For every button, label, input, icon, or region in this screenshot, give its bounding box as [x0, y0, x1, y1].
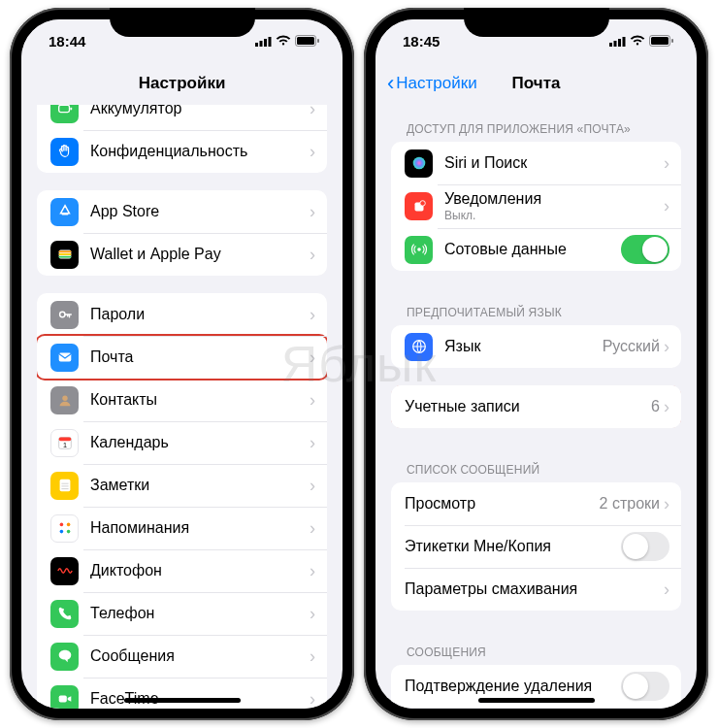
- signal-icon: [255, 33, 272, 50]
- svg-rect-11: [58, 253, 71, 255]
- row-privacy[interactable]: Конфиденциальность›: [37, 130, 327, 173]
- row-language[interactable]: ЯзыкРусский›: [391, 325, 681, 368]
- signal-icon: [609, 33, 626, 50]
- row-privacy-protection[interactable]: Защита конфиденциальности›: [391, 708, 681, 709]
- chevron-right-icon: ›: [664, 494, 669, 514]
- row-label: Параметры смахивания: [405, 580, 664, 598]
- row-tome-cc[interactable]: Этикетки Мне/Копия: [391, 525, 681, 568]
- mail-settings-content[interactable]: ДОСТУП ДЛЯ ПРИЛОЖЕНИЯ «ПОЧТА»Siri и Поис…: [375, 105, 697, 709]
- chevron-right-icon: ›: [310, 305, 315, 325]
- home-indicator[interactable]: [478, 698, 595, 703]
- svg-rect-27: [58, 695, 66, 702]
- row-messages[interactable]: Сообщения›: [37, 635, 327, 678]
- battery-icon: [50, 105, 79, 123]
- row-wallet[interactable]: Wallet и Apple Pay›: [37, 233, 327, 276]
- row-label: Почта: [90, 348, 310, 366]
- siri-icon: [405, 149, 433, 178]
- row-phone[interactable]: Телефон›: [37, 592, 327, 635]
- settings-group: ЯзыкРусский›: [391, 325, 681, 368]
- svg-rect-36: [671, 39, 673, 43]
- hand-icon: [50, 138, 79, 166]
- globe-icon: [405, 333, 433, 361]
- toggle-ask-delete[interactable]: [621, 672, 669, 701]
- messages-icon: [50, 643, 79, 671]
- row-notes[interactable]: Заметки›: [37, 464, 327, 507]
- section-header: ПРЕДПОЧИТАЕМЫЙ ЯЗЫК: [375, 288, 697, 325]
- nav-bar: ‹ Настройки Почта: [375, 62, 697, 105]
- row-swipe[interactable]: Параметры смахивания›: [391, 568, 681, 611]
- battery-icon: [295, 33, 319, 50]
- chevron-right-icon: ›: [664, 337, 669, 357]
- row-calendar[interactable]: 1Календарь›: [37, 421, 327, 464]
- appstore-icon: [50, 198, 79, 226]
- row-label: Сообщения: [90, 647, 310, 665]
- wallet-icon: [50, 241, 79, 269]
- settings-group: App Store›Wallet и Apple Pay›: [37, 190, 327, 276]
- status-right: [609, 33, 673, 50]
- svg-rect-33: [623, 37, 626, 47]
- chevron-right-icon: ›: [310, 433, 315, 453]
- home-indicator[interactable]: [124, 698, 241, 703]
- row-accounts[interactable]: Учетные записи6›: [391, 385, 681, 428]
- row-label: Учетные записи: [405, 398, 651, 415]
- row-siri-search[interactable]: Siri и Поиск›: [391, 142, 681, 184]
- reminders-icon: [50, 514, 79, 543]
- battery-icon: [649, 33, 673, 50]
- chevron-right-icon: ›: [310, 347, 315, 368]
- svg-rect-31: [614, 41, 617, 47]
- svg-rect-12: [58, 256, 71, 258]
- voicememos-icon: [50, 557, 79, 585]
- row-value: 6: [651, 398, 660, 415]
- row-label: Конфиденциальность: [90, 143, 310, 160]
- svg-point-25: [66, 523, 70, 527]
- row-appstore[interactable]: App Store›: [37, 190, 327, 233]
- wifi-icon: [276, 33, 291, 50]
- notch: [110, 8, 255, 37]
- toggle-tome-cc[interactable]: [621, 532, 669, 561]
- svg-rect-6: [317, 39, 319, 43]
- back-button[interactable]: ‹ Настройки: [387, 73, 477, 94]
- row-label: Календарь: [90, 434, 310, 451]
- svg-point-39: [419, 200, 424, 205]
- chevron-right-icon: ›: [310, 142, 315, 162]
- settings-group: Аккумулятор›Конфиденциальность›: [37, 105, 327, 173]
- row-reminders[interactable]: Напоминания›: [37, 507, 327, 549]
- settings-group: Учетные записи6›: [391, 385, 681, 428]
- chevron-right-icon: ›: [310, 604, 315, 624]
- svg-point-37: [412, 157, 425, 170]
- screen-left: 18:44 Настройки Аккумулятор›Конфиденциал…: [21, 19, 343, 709]
- svg-rect-1: [260, 41, 263, 47]
- wifi-icon: [630, 33, 645, 50]
- row-contacts[interactable]: Контакты›: [37, 379, 327, 421]
- phone-left: 18:44 Настройки Аккумулятор›Конфиденциал…: [10, 8, 354, 720]
- key-icon: [50, 301, 79, 329]
- chevron-right-icon: ›: [664, 196, 669, 216]
- chevron-right-icon: ›: [664, 579, 669, 600]
- svg-rect-35: [651, 37, 669, 45]
- svg-rect-10: [58, 250, 71, 252]
- row-facetime[interactable]: FaceTime›: [37, 678, 327, 709]
- row-label: Телефон: [90, 605, 310, 622]
- settings-content[interactable]: Аккумулятор›Конфиденциальность›App Store…: [21, 105, 343, 709]
- phone-icon: [50, 600, 79, 628]
- row-notifications[interactable]: УведомленияВыкл.›: [391, 184, 681, 228]
- row-cellular[interactable]: Сотовые данные: [391, 228, 681, 271]
- svg-point-26: [66, 530, 70, 534]
- screen-right: 18:45 ‹ Настройки Почта ДОСТУП ДЛЯ ПРИЛО…: [375, 19, 697, 709]
- chevron-right-icon: ›: [310, 561, 315, 581]
- facetime-icon: [50, 685, 79, 710]
- status-time: 18:44: [49, 33, 85, 50]
- row-label: Wallet и Apple Pay: [90, 246, 310, 263]
- row-mail[interactable]: Почта›: [37, 336, 327, 379]
- toggle-cellular[interactable]: [621, 235, 669, 264]
- row-voicememos[interactable]: Диктофон›: [37, 549, 327, 592]
- contacts-icon: [50, 386, 79, 414]
- chevron-right-icon: ›: [310, 476, 315, 496]
- row-preview[interactable]: Просмотр2 строки›: [391, 482, 681, 525]
- row-battery[interactable]: Аккумулятор›: [37, 105, 327, 130]
- row-label: Подтверждение удаления: [405, 678, 621, 695]
- calendar-icon: 1: [50, 429, 79, 457]
- row-passwords[interactable]: Пароли›: [37, 293, 327, 336]
- row-label: Сотовые данные: [444, 241, 621, 258]
- row-label: Контакты: [90, 391, 310, 409]
